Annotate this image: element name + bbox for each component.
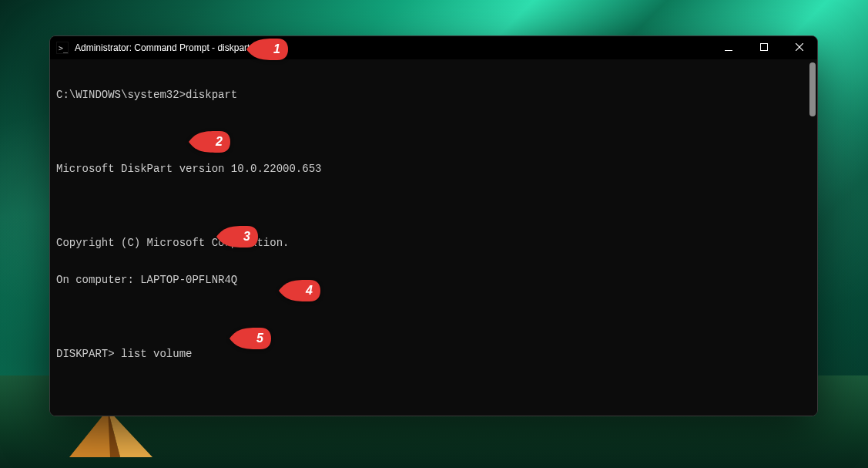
svg-rect-8: [761, 44, 768, 51]
close-button[interactable]: [782, 36, 817, 59]
svg-text:>_: >_: [59, 44, 69, 53]
minimize-icon: [725, 42, 732, 53]
maximize-button[interactable]: [746, 36, 782, 59]
terminal-line: On computer: LAPTOP-0PFLNR4Q: [56, 274, 811, 286]
minimize-button[interactable]: [711, 36, 746, 59]
titlebar[interactable]: >_ Administrator: Command Prompt - diskp…: [50, 36, 817, 59]
terminal-line: [56, 385, 811, 397]
terminal-line: [56, 126, 811, 138]
scrollbar-thumb[interactable]: [809, 62, 816, 116]
command-prompt-icon: >_: [56, 42, 69, 54]
terminal-line: C:\WINDOWS\system32>diskpart: [56, 89, 811, 101]
terminal-output[interactable]: C:\WINDOWS\system32>diskpart Microsoft D…: [50, 59, 817, 416]
window-controls: [711, 36, 817, 59]
terminal-line: Copyright (C) Microsoft Corporation.: [56, 237, 811, 249]
terminal-line: [56, 200, 811, 212]
window-title: Administrator: Command Prompt - diskpart: [75, 42, 250, 53]
close-icon: [796, 42, 803, 53]
terminal-line: DISKPART> list volume: [56, 348, 811, 360]
command-prompt-window: >_ Administrator: Command Prompt - diskp…: [49, 35, 818, 416]
svg-rect-7: [725, 50, 732, 51]
terminal-line: Microsoft DiskPart version 10.0.22000.65…: [56, 163, 811, 175]
maximize-icon: [760, 42, 768, 53]
terminal-line: [56, 311, 811, 323]
